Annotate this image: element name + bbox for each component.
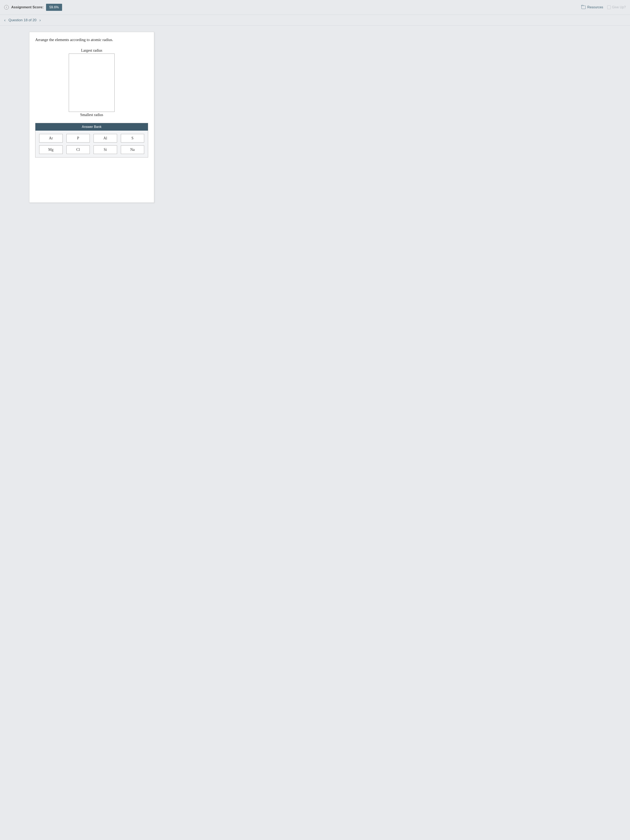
answer-bank: Answer Bank Ar P Al S Mg Cl Si Na [35,123,148,158]
give-up-label: Give Up? [612,5,626,9]
score-badge: 59.6% [46,4,62,11]
question-nav-bar: ‹ Question 18 of 20 › [0,15,630,25]
folder-icon [581,6,586,9]
next-question-button[interactable]: › [39,18,41,22]
element-tile[interactable]: Al [93,134,117,142]
top-bar: i Assignment Score: 59.6% Resources Give… [0,0,630,15]
largest-label: Largest radius [81,48,102,53]
element-tile[interactable]: Si [93,145,117,154]
ranking-section: Largest radius Smallest radius [35,48,148,117]
element-tile[interactable]: Mg [39,145,63,154]
content-area: Arrange the elements according to atomic… [0,25,630,215]
element-tile[interactable]: Na [121,145,144,154]
top-right-controls: Resources Give Up? [581,5,626,9]
flag-icon [607,5,611,9]
prev-question-button[interactable]: ‹ [4,18,6,22]
element-tile[interactable]: Cl [66,145,90,154]
question-prompt: Arrange the elements according to atomic… [35,38,148,42]
give-up-button: Give Up? [607,5,626,9]
resources-label: Resources [587,5,603,9]
question-counter: Question 18 of 20 [8,18,36,22]
element-tile[interactable]: P [66,134,90,142]
smallest-label: Smallest radius [80,113,103,117]
question-card: Arrange the elements according to atomic… [29,32,154,203]
ranking-drop-zone[interactable] [69,54,115,112]
info-icon[interactable]: i [4,5,9,9]
element-tile[interactable]: Ar [39,134,63,142]
score-label: Assignment Score: [11,5,44,9]
element-tile[interactable]: S [121,134,144,142]
answer-bank-header: Answer Bank [35,123,148,131]
resources-button[interactable]: Resources [581,5,603,9]
answer-bank-body: Ar P Al S Mg Cl Si Na [35,131,148,157]
